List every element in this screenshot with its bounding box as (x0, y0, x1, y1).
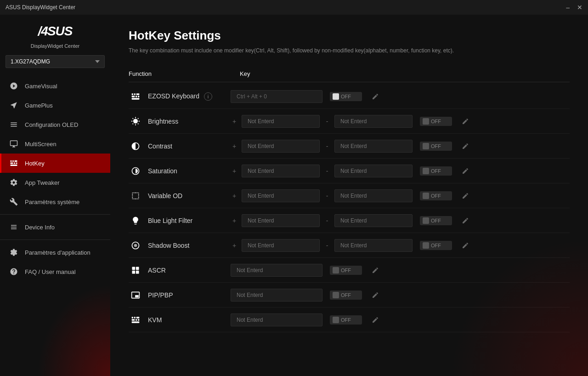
systeme-icon (9, 197, 18, 206)
contrast-toggle[interactable]: OFF (420, 142, 452, 151)
col-key-header: Key (240, 70, 250, 77)
pipbpb-toggle[interactable]: OFF (330, 291, 362, 300)
minimize-button[interactable]: – (566, 4, 570, 11)
gamevisual-icon (9, 81, 18, 91)
titlebar: ASUS DisplayWidget Center – ✕ (0, 0, 588, 15)
sidebar: /4SUS DisplayWidget Center 1.XG27AQDMG G… (0, 15, 110, 376)
hotkey-row-pipbpb: PIP/PBP OFF (129, 283, 570, 308)
brightness-plus-input[interactable] (242, 115, 320, 128)
svg-point-15 (134, 244, 137, 247)
pipbpb-controls: OFF (231, 289, 570, 302)
device-select[interactable]: 1.XG27AQDMG (6, 55, 105, 68)
saturation-minus: - (323, 167, 331, 175)
contrast-minus-input[interactable] (334, 140, 413, 153)
multiscreen-icon (9, 139, 18, 148)
pipbpb-key-input[interactable] (231, 289, 322, 302)
toggle-indicator (333, 93, 339, 100)
brightness-minus-input[interactable] (334, 115, 413, 128)
ascr-key-input[interactable] (231, 264, 322, 277)
bluelightfilter-toggle[interactable]: OFF (420, 216, 452, 225)
variableod-edit-button[interactable] (460, 191, 470, 201)
kvm-icon (129, 315, 142, 325)
toggle-label: OFF (341, 292, 351, 298)
svg-rect-1 (12, 160, 14, 162)
variableod-minus-input[interactable] (334, 189, 413, 202)
brightness-minus: - (323, 118, 331, 125)
variableod-plus-input[interactable] (242, 189, 320, 202)
bluelightfilter-minus-input[interactable] (334, 214, 413, 227)
kvm-edit-button[interactable] (370, 315, 380, 325)
svg-rect-4 (14, 163, 15, 164)
sidebar-item-appparams[interactable]: Paramètres d'application (0, 243, 110, 262)
ezosd-info-icon[interactable]: i (204, 92, 212, 101)
saturation-minus-input[interactable] (334, 165, 413, 177)
saturation-toggle[interactable]: OFF (420, 166, 452, 176)
variableod-label: Variable OD (148, 192, 231, 199)
svg-rect-5 (16, 163, 17, 164)
contrast-label: Contrast (148, 142, 231, 150)
toggle-label: OFF (341, 317, 351, 323)
sidebar-brand: DisplayWidget Center (0, 43, 110, 49)
sidebar-item-gamevisual[interactable]: GameVisual (0, 76, 110, 96)
sidebar-item-faq[interactable]: FAQ / User manual (0, 262, 110, 281)
hotkey-row-bluelightfilter: Blue Light Filter + - OFF (129, 208, 570, 233)
main-content: HotKey Settings The key combination must… (110, 15, 588, 376)
gameplus-icon (9, 101, 18, 110)
sidebar-item-apptweaker[interactable]: App Tweaker (0, 173, 110, 192)
saturation-label: Saturation (148, 167, 231, 175)
shadowboost-controls: + - OFF (231, 239, 570, 252)
shadowboost-toggle[interactable]: OFF (420, 241, 452, 250)
svg-rect-25 (138, 319, 139, 320)
variableod-toggle[interactable]: OFF (420, 191, 452, 200)
sidebar-item-configuration[interactable]: Configuration OLED (0, 115, 110, 134)
svg-rect-17 (132, 270, 136, 273)
bluelightfilter-edit-button[interactable] (460, 216, 470, 226)
sidebar-item-hotkey[interactable]: HotKey (0, 154, 110, 173)
svg-rect-8 (132, 93, 133, 95)
kvm-key-input[interactable] (231, 313, 322, 326)
toggle-label: OFF (341, 94, 351, 99)
toggle-label: OFF (431, 168, 441, 174)
sidebar-item-label-deviceinfo: Device Info (25, 224, 55, 231)
shadowboost-plus-input[interactable] (242, 239, 320, 252)
ezosd-toggle[interactable]: OFF (330, 92, 362, 101)
sidebar-item-systeme[interactable]: Paramètres système (0, 192, 110, 211)
svg-rect-24 (136, 319, 137, 320)
ascr-toggle[interactable]: OFF (330, 266, 362, 275)
toggle-label: OFF (431, 193, 441, 199)
toggle-label: OFF (431, 218, 441, 223)
brightness-edit-button[interactable] (460, 116, 470, 126)
sidebar-item-label-hotkey: HotKey (25, 160, 45, 167)
saturation-plus: + (231, 167, 238, 175)
svg-rect-12 (136, 96, 137, 97)
svg-rect-22 (136, 317, 140, 318)
titlebar-controls: – ✕ (566, 4, 582, 11)
contrast-edit-button[interactable] (460, 141, 470, 151)
sidebar-item-label-apptweaker: App Tweaker (25, 179, 60, 186)
sidebar-item-deviceinfo[interactable]: Device Info (0, 217, 110, 237)
ezosd-key-input[interactable] (231, 90, 322, 103)
saturation-plus-input[interactable] (242, 165, 320, 177)
toggle-indicator (333, 267, 339, 273)
shadowboost-minus-input[interactable] (334, 239, 413, 252)
hotkey-row-ezosd: EZOSD Keyboard i OFF (129, 84, 570, 109)
ascr-edit-button[interactable] (370, 265, 380, 275)
svg-rect-26 (132, 321, 140, 323)
svg-rect-16 (132, 267, 136, 270)
deviceinfo-icon (9, 222, 18, 232)
sidebar-item-multiscreen[interactable]: MultiScreen (0, 134, 110, 154)
bluelightfilter-plus-input[interactable] (242, 214, 320, 227)
pipbpb-edit-button[interactable] (370, 290, 380, 300)
shadowboost-label: Shadow Boost (148, 242, 231, 249)
saturation-edit-button[interactable] (460, 166, 470, 176)
sidebar-item-gameplus[interactable]: GamePlus (0, 96, 110, 115)
close-button[interactable]: ✕ (577, 4, 582, 11)
contrast-plus-input[interactable] (242, 140, 320, 153)
svg-rect-3 (11, 163, 13, 164)
brightness-plus: + (231, 118, 238, 125)
shadowboost-edit-button[interactable] (460, 240, 470, 251)
sidebar-item-label-multiscreen: MultiScreen (25, 141, 57, 148)
brightness-toggle[interactable]: OFF (420, 117, 452, 126)
kvm-toggle[interactable]: OFF (330, 315, 362, 325)
ezosd-edit-button[interactable] (370, 91, 380, 102)
